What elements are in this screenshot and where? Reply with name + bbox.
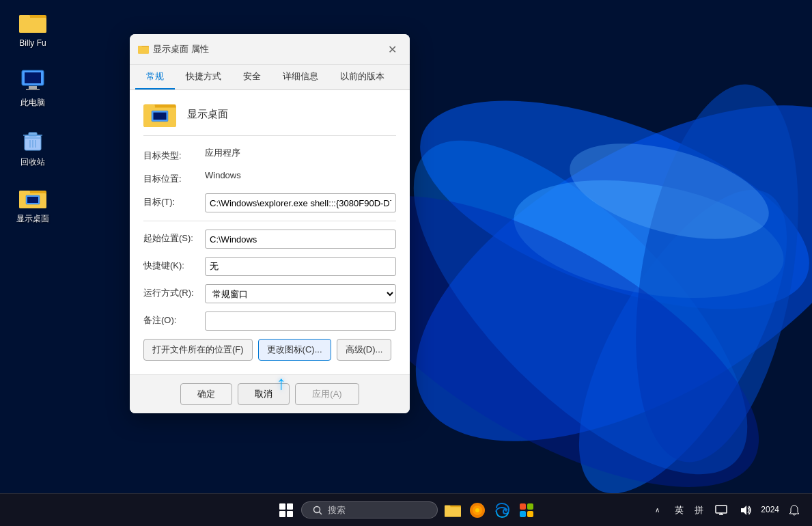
tab-details[interactable]: 详细信息 (272, 65, 329, 89)
desktop-icon-show-desktop[interactable]: 显示桌面 (5, 181, 60, 227)
windows-logo-icon (279, 503, 294, 518)
svg-rect-27 (27, 197, 38, 203)
field-start-location: 起始位置(S): (143, 230, 396, 249)
svg-rect-13 (25, 72, 41, 83)
desktop-icon-billy-fu[interactable]: Billy Fu (5, 5, 60, 52)
tab-general[interactable]: 常规 (135, 65, 175, 89)
year-display: 2024 (761, 504, 779, 516)
svg-rect-33 (143, 105, 155, 109)
icon-label-this-pc: 此电脑 (20, 98, 45, 109)
svg-rect-52 (716, 506, 727, 513)
icon-label-billy-fu: Billy Fu (19, 38, 46, 49)
field-target-location: 目标位置: Windows (143, 170, 396, 185)
label-target-location: 目标位置: (143, 170, 205, 185)
computer-icon (19, 68, 46, 95)
taskbar-edge-button[interactable] (492, 501, 512, 520)
value-target-location: Windows (205, 170, 396, 180)
svg-rect-50 (520, 511, 526, 517)
input-start-location[interactable] (205, 230, 396, 249)
input-target[interactable] (205, 193, 396, 212)
taskbar-store-icon (518, 502, 535, 518)
volume-button[interactable] (736, 501, 755, 520)
taskbar-center (277, 501, 536, 520)
label-start-location: 起始位置(S): (143, 230, 205, 245)
svg-marker-55 (741, 506, 746, 515)
search-icon (313, 506, 322, 515)
desktop-icon-recycle-bin[interactable]: 回收站 (5, 124, 60, 171)
svg-rect-39 (287, 511, 293, 517)
ok-button[interactable]: 确定 (180, 383, 232, 405)
svg-point-47 (475, 508, 479, 512)
start-button[interactable] (277, 501, 296, 520)
value-target-type: 应用程序 (205, 147, 396, 159)
icon-header: 显示桌面 (143, 101, 396, 136)
label-run-mode: 运行方式(R): (143, 284, 205, 299)
icon-label-show-desktop: 显示桌面 (16, 214, 49, 225)
taskbar: ∧ 英 拼 2024 (0, 493, 812, 526)
svg-rect-38 (279, 511, 285, 517)
lang-english[interactable]: 英 (672, 503, 686, 518)
svg-rect-29 (138, 47, 149, 54)
dialog-title-left: 显示桌面 属性 (138, 43, 209, 55)
taskbar-file-explorer-button[interactable] (443, 501, 462, 520)
notification-icon (788, 504, 800, 516)
tooltip-arrow: ↑ (277, 372, 286, 394)
close-button[interactable]: ✕ (382, 40, 402, 59)
volume-icon (739, 503, 753, 517)
svg-point-40 (313, 506, 320, 512)
label-comment: 备注(O): (143, 312, 205, 327)
svg-rect-14 (29, 86, 37, 89)
tray-expand-icon: ∧ (655, 506, 660, 514)
svg-rect-11 (19, 15, 30, 19)
svg-rect-36 (279, 503, 285, 510)
field-shortcut-key: 快捷键(K): (143, 257, 396, 276)
system-clock[interactable]: 2024 (761, 504, 779, 516)
select-run-mode[interactable]: 常规窗口 (205, 284, 396, 303)
field-target: 目标(T): (143, 193, 396, 212)
tab-shortcut[interactable]: 快捷方式 (175, 65, 232, 89)
open-location-button[interactable]: 打开文件所在的位置(F) (143, 339, 253, 361)
tab-previous-versions[interactable]: 以前的版本 (329, 65, 395, 89)
apply-button[interactable]: 应用(A) (295, 383, 359, 405)
dialog-tabs: 常规 快捷方式 安全 详细信息 以前的版本 (130, 65, 410, 90)
properties-dialog: 显示桌面 属性 ✕ 常规 快捷方式 安全 详细信息 以前的版本 (130, 34, 410, 413)
taskbar-app2-button[interactable] (468, 501, 487, 520)
label-shortcut-key: 快捷键(K): (143, 257, 205, 272)
input-comment[interactable] (205, 312, 396, 331)
svg-rect-49 (527, 503, 533, 510)
dialog-content: 显示桌面 目标类型: 应用程序 目标位置: Windows 目标(T): 起始位… (130, 90, 410, 374)
notification-button[interactable] (785, 501, 804, 520)
icon-name: 显示桌面 (187, 108, 228, 121)
taskbar-store-button[interactable] (517, 501, 536, 520)
label-target-type: 目标类型: (143, 147, 205, 162)
desktop-icon-this-pc[interactable]: 此电脑 (5, 65, 60, 111)
action-buttons: 打开文件所在的位置(F) 更改图标(C)... 高级(D)... (143, 339, 396, 361)
folder-icon (19, 8, 46, 36)
tab-security[interactable]: 安全 (232, 65, 272, 89)
show-desktop-folder-icon (19, 184, 46, 211)
display-settings-button[interactable] (712, 501, 731, 520)
svg-rect-35 (154, 113, 167, 120)
taskbar-edge-icon (494, 502, 510, 518)
svg-rect-43 (445, 507, 461, 516)
advanced-button[interactable]: 高级(D)... (337, 339, 392, 361)
search-input[interactable] (328, 505, 417, 515)
svg-rect-30 (138, 46, 142, 47)
large-folder-icon (143, 101, 176, 127)
change-icon-button[interactable]: 更改图标(C)... (258, 339, 331, 361)
input-shortcut-key[interactable] (205, 257, 396, 276)
recycle-bin-icon (19, 127, 46, 154)
dialog-titlebar: 显示桌面 属性 ✕ (130, 34, 410, 65)
svg-rect-15 (26, 89, 40, 90)
svg-rect-10 (19, 18, 46, 33)
tray-chevron-button[interactable]: ∧ (647, 501, 667, 520)
divider-1 (143, 221, 396, 221)
taskbar-right: ∧ 英 拼 2024 (647, 501, 804, 520)
field-run-mode: 运行方式(R): 常规窗口 (143, 284, 396, 303)
field-target-type: 目标类型: 应用程序 (143, 147, 396, 162)
svg-rect-51 (527, 511, 533, 517)
lang-pinyin[interactable]: 拼 (692, 503, 706, 518)
field-comment: 备注(O): (143, 312, 396, 331)
search-bar[interactable] (301, 501, 438, 518)
svg-rect-37 (287, 503, 293, 510)
